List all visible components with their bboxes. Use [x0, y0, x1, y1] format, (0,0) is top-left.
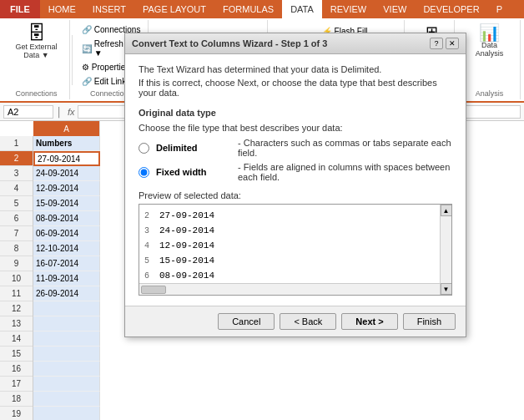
preview-box: 227-09-2014324-09-2014412-09-2014515-09-… [139, 204, 452, 296]
row-header-6[interactable]: 6 [0, 211, 33, 226]
dialog-close-btn[interactable]: ✕ [446, 38, 459, 49]
row-header-11[interactable]: 11 [0, 286, 33, 301]
get-external-data-btn[interactable]: 🗄 Get External Data ▼ [9, 22, 63, 62]
preview-row-num: 2 [144, 211, 156, 220]
back-button[interactable]: < Back [280, 313, 336, 330]
fx-label: fx [68, 107, 75, 117]
cell-a3[interactable]: 24-09-2014 [33, 166, 100, 181]
row-header-4[interactable]: 4 [0, 181, 33, 196]
row-header-10[interactable]: 10 [0, 271, 33, 286]
delimited-radio[interactable] [139, 143, 149, 154]
fixed-width-radio[interactable] [139, 167, 149, 178]
row-header-1[interactable]: 1 [0, 136, 33, 151]
dialog-title: Convert Text to Columns Wizard - Step 1 … [132, 38, 327, 48]
preview-row: 608-09-2014 [144, 268, 446, 283]
props-icon: ⚙ [82, 63, 89, 72]
row-header-13[interactable]: 13 [0, 316, 33, 331]
tab-formulas[interactable]: FORMULAS [214, 0, 282, 18]
tab-more[interactable]: P [488, 0, 511, 18]
cell-a1[interactable]: Numbers [33, 136, 100, 151]
tab-view[interactable]: VIEW [375, 0, 415, 18]
preview-row-data: 15-09-2014 [159, 256, 214, 266]
group-analysis: 📊 Data Analysis Analysis [459, 20, 521, 99]
preview-row-num: 5 [144, 256, 156, 266]
tab-insert[interactable]: INSERT [84, 0, 134, 18]
row-header-14[interactable]: 14 [0, 331, 33, 347]
analysis-icon: 📊 [479, 24, 500, 41]
cell-a2[interactable]: 27-09-2014 [33, 151, 100, 166]
col-header-a[interactable]: A [33, 121, 100, 136]
tab-review[interactable]: REVIEW [322, 0, 375, 18]
preview-row-data: 27-09-2014 [159, 210, 214, 220]
data-analysis-btn[interactable]: 📊 Data Analysis [464, 22, 515, 60]
file-type-section: Choose the file type that best describes… [139, 123, 452, 182]
next-button[interactable]: Next > [341, 313, 397, 330]
tab-page-layout[interactable]: PAGE LAYOUT [134, 0, 214, 18]
tab-home[interactable]: HOME [40, 0, 84, 18]
cell-a10[interactable]: 11-09-2014 [33, 271, 100, 286]
preview-row: 324-09-2014 [144, 223, 446, 238]
cell-a6[interactable]: 08-09-2014 [33, 211, 100, 226]
row-header-9[interactable]: 9 [0, 256, 33, 271]
row-header-5[interactable]: 5 [0, 196, 33, 211]
preview-row-data: 08-09-2014 [159, 271, 214, 281]
cell-reference-input[interactable] [3, 105, 53, 119]
delimited-option-row: Delimited - Characters such as commas or… [139, 138, 452, 158]
preview-row-num: 3 [144, 226, 156, 235]
delimited-label: Delimited [156, 143, 231, 153]
fixed-width-label: Fixed width [156, 167, 231, 177]
cell-a11[interactable]: 26-09-2014 [33, 286, 100, 301]
cell-a17[interactable] [33, 377, 100, 392]
preview-hscroll-thumb[interactable] [141, 286, 166, 294]
row-header-2[interactable]: 2 [0, 151, 33, 166]
cell-a14[interactable] [33, 331, 100, 347]
row-header-12[interactable]: 12 [0, 301, 33, 316]
original-data-type-label: Original data type [139, 108, 452, 118]
preview-scrollbar: ▲ ▼ [440, 205, 451, 295]
preview-row-num: 6 [144, 271, 156, 281]
tab-data[interactable]: DATA [282, 0, 322, 18]
row-header-19[interactable]: 19 [0, 407, 33, 420]
cell-a16[interactable] [33, 362, 100, 377]
formula-separator: │ [57, 107, 63, 117]
row-headers: 123456789101112131415161718192021 [0, 136, 33, 420]
cell-a13[interactable] [33, 316, 100, 331]
row-header-15[interactable]: 15 [0, 347, 33, 362]
ext-data-icon: 🗄 [28, 24, 46, 43]
cell-a9[interactable]: 16-07-2014 [33, 256, 100, 271]
group-external-data: 🗄 Get External Data ▼ Connections [3, 20, 70, 99]
preview-row-data: 12-09-2014 [159, 240, 214, 250]
dialog-controls: ? ✕ [430, 38, 459, 49]
cell-a8[interactable]: 12-10-2014 [33, 241, 100, 256]
cell-a4[interactable]: 12-09-2014 [33, 181, 100, 196]
cell-a15[interactable] [33, 347, 100, 362]
cell-a18[interactable] [33, 392, 100, 407]
row-header-16[interactable]: 16 [0, 362, 33, 377]
preview-hscroll[interactable] [139, 283, 440, 295]
cell-a19[interactable] [33, 407, 100, 420]
dialog-intro-line1: The Text Wizard has determined that your… [139, 64, 452, 74]
row-header-18[interactable]: 18 [0, 392, 33, 407]
preview-row: 412-09-2014 [144, 238, 446, 253]
preview-scroll-down-btn[interactable]: ▼ [441, 283, 452, 295]
cell-a5[interactable]: 15-09-2014 [33, 196, 100, 211]
preview-label: Preview of selected data: [139, 190, 452, 200]
tab-developer[interactable]: DEVELOPER [415, 0, 487, 18]
row-header-17[interactable]: 17 [0, 377, 33, 392]
cell-a12[interactable] [33, 301, 100, 316]
dialog-body: The Text Wizard has determined that your… [125, 54, 466, 306]
cancel-button[interactable]: Cancel [218, 313, 275, 330]
connections-icon: 🔗 [82, 25, 92, 34]
cell-a7[interactable]: 06-09-2014 [33, 226, 100, 241]
dialog-intro-line2: If this is correct, choose Next, or choo… [139, 78, 452, 98]
finish-button[interactable]: Finish [403, 313, 456, 330]
convert-wizard-dialog: Convert Text to Columns Wizard - Step 1 … [124, 33, 466, 337]
preview-scroll-up-btn[interactable]: ▲ [441, 205, 452, 216]
row-header-8[interactable]: 8 [0, 241, 33, 256]
preview-row-data: 24-09-2014 [159, 225, 214, 235]
row-header-7[interactable]: 7 [0, 226, 33, 241]
dialog-help-btn[interactable]: ? [430, 38, 443, 49]
row-header-3[interactable]: 3 [0, 166, 33, 181]
delimited-desc: - Characters such as commas or tabs sepa… [238, 138, 452, 158]
file-tab[interactable]: FILE [0, 0, 40, 18]
